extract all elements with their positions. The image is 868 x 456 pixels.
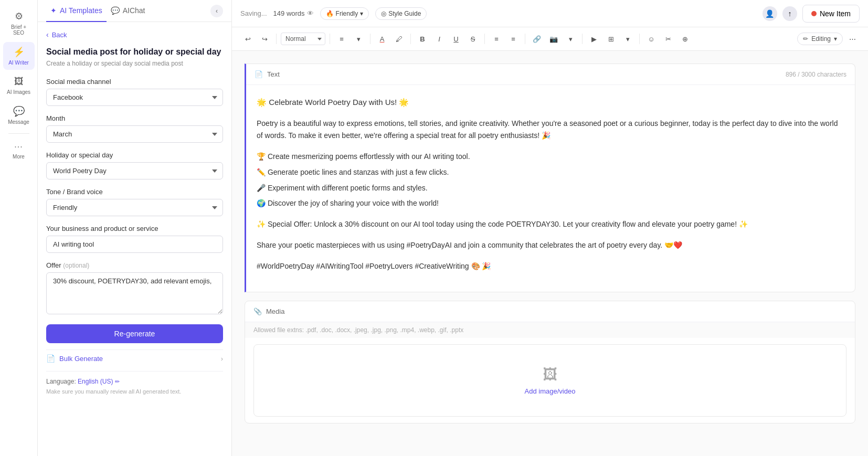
bullet-2: ✏️ Generate poetic lines and stanzas wit… — [257, 166, 844, 179]
language-section: Language: English (US) ✏ Make sure you m… — [46, 371, 223, 401]
text-block-icon: 📄 — [255, 70, 263, 78]
toolbar-divider-8 — [639, 34, 640, 44]
message-icon: 💬 — [13, 105, 25, 117]
more-options-button[interactable]: ⋯ — [845, 31, 860, 46]
channel-label: Social media channel — [46, 78, 223, 86]
tone-select[interactable]: Friendly Professional Casual Formal — [46, 199, 223, 216]
toolbar-divider-6 — [525, 34, 525, 44]
toolbar-divider-4 — [410, 34, 411, 44]
word-count: 149 words 👁 — [273, 9, 314, 17]
month-label: Month — [46, 114, 223, 122]
format-select[interactable]: NormalHeading 1Heading 2 — [281, 33, 325, 45]
toolbar-divider-7 — [582, 34, 583, 44]
play-button[interactable]: ▶ — [587, 31, 601, 46]
media-upload-area[interactable]: 🖼 Add image/video — [253, 344, 846, 417]
highlight-button[interactable]: 🖊 — [391, 31, 406, 46]
bullet-list-button[interactable]: ≡ — [489, 31, 504, 46]
business-field: Your business and product or service — [46, 225, 223, 253]
align-dropdown-button[interactable]: ▾ — [351, 31, 366, 46]
language-note: Make sure you manually review all AI gen… — [46, 388, 223, 395]
text-block-header: 📄 Text 896 / 3000 characters — [246, 64, 855, 85]
strikethrough-button[interactable]: S — [465, 31, 480, 46]
content-body[interactable]: 🌟 Celebrate World Poetry Day with Us! 🌟 … — [246, 85, 855, 292]
eye-icon[interactable]: 👁 — [307, 9, 314, 17]
top-bar-right: 👤 ↑ New Item — [763, 5, 860, 23]
channel-select[interactable]: Facebook Instagram Twitter LinkedIn — [46, 89, 223, 106]
style-guide-button[interactable]: ◎ Style Guide — [375, 7, 427, 20]
bullet-4: 🌍 Discover the joy of sharing your voice… — [257, 197, 844, 210]
ai-images-icon: 🖼 — [14, 76, 24, 87]
link-button[interactable]: 🔗 — [530, 31, 544, 46]
sidebar-item-more[interactable]: ··· More — [3, 138, 35, 164]
toolbar-divider-5 — [484, 34, 485, 44]
new-item-button[interactable]: New Item — [802, 5, 860, 23]
sidebar-collapse-button[interactable]: ‹ — [210, 5, 223, 17]
bold-button[interactable]: B — [415, 31, 430, 46]
sidebar-item-ai-images[interactable]: 🖼 AI Images — [3, 72, 35, 99]
align-button[interactable]: ≡ — [334, 31, 349, 46]
table-dropdown-button[interactable]: ▾ — [620, 31, 635, 46]
content-headline: 🌟 Celebrate World Poetry Day with Us! 🌟 — [257, 96, 844, 109]
icon-bar-divider — [8, 133, 29, 134]
scissors-button[interactable]: ✂ — [661, 31, 675, 46]
editor-area[interactable]: 📄 Text 896 / 3000 characters 🌟 Celebrate… — [232, 51, 868, 456]
saving-status: Saving... — [240, 9, 267, 17]
avatar-button[interactable]: 👤 — [763, 6, 777, 21]
icon-bar: ⚙ Brief + SEO ⚡ AI Writer 🖼 AI Images 💬 … — [0, 0, 38, 456]
media-upload-icon: 🖼 — [543, 366, 557, 383]
content-offer: ✨ Special Offer: Unlock a 30% discount o… — [257, 218, 844, 231]
top-bar: Saving... 149 words 👁 🔥 Friendly ▾ ◎ Sty… — [232, 0, 868, 27]
undo-button[interactable]: ↩ — [240, 31, 255, 46]
bulk-generate-section[interactable]: 📄 Bulk Generate › — [46, 349, 223, 367]
text-color-button[interactable]: A — [375, 31, 389, 46]
sidebar: ✦ AI Templates 💬 AIChat ‹ ‹ Back Social … — [38, 0, 232, 456]
toolbar-divider-2 — [330, 34, 330, 44]
style-guide-icon: ◎ — [381, 10, 386, 17]
tab-ai-chat[interactable]: 💬 AIChat — [107, 0, 150, 22]
offer-field: Offer (optional) 30% discount, POETRYDAY… — [46, 261, 223, 316]
sidebar-content: ‹ Back Social media post for holiday or … — [38, 22, 231, 456]
language-link[interactable]: English (US) — [78, 378, 113, 385]
image-dropdown-button[interactable]: ▾ — [563, 31, 578, 46]
emoji-button[interactable]: ☺ — [644, 31, 659, 46]
sidebar-item-message[interactable]: 💬 Message — [3, 101, 35, 129]
tone-icon: 🔥 — [326, 10, 334, 17]
content-paragraph1: Poetry is a beautiful way to express emo… — [257, 118, 844, 143]
more-icon: ··· — [14, 142, 23, 152]
underline-button[interactable]: U — [449, 31, 463, 46]
ordered-list-button[interactable]: ≡ — [506, 31, 521, 46]
tone-selector[interactable]: 🔥 Friendly ▾ — [320, 7, 369, 20]
text-block-label: 📄 Text — [255, 70, 280, 78]
back-link[interactable]: ‹ Back — [46, 30, 223, 39]
media-header: 📎 Media — [245, 301, 855, 322]
editing-pencil-icon: ✏ — [803, 35, 808, 43]
redo-button[interactable]: ↪ — [257, 31, 272, 46]
italic-button[interactable]: I — [432, 31, 447, 46]
month-field: Month JanuaryFebruaryMarchApril MayJuneJ… — [46, 114, 223, 143]
sidebar-item-brief-seo[interactable]: ⚙ Brief + SEO — [3, 6, 35, 40]
image-button[interactable]: 📷 — [546, 31, 561, 46]
sidebar-item-ai-writer[interactable]: ⚡ AI Writer — [3, 42, 35, 70]
sidebar-tabs: ✦ AI Templates 💬 AIChat ‹ — [38, 0, 231, 22]
table-button[interactable]: ⊞ — [604, 31, 618, 46]
add-media-label: Add image/video — [525, 387, 576, 395]
toolbar-divider-3 — [370, 34, 371, 44]
holiday-field: Holiday or special day World Poetry Day … — [46, 151, 223, 179]
editing-mode-selector[interactable]: ✏ Editing ▾ — [797, 33, 843, 45]
main-area: Saving... 149 words 👁 🔥 Friendly ▾ ◎ Sty… — [232, 0, 868, 456]
offer-label: Offer (optional) — [46, 261, 223, 269]
editing-dropdown-icon: ▾ — [834, 35, 837, 43]
offer-textarea[interactable]: 30% discount, POETRYDAY30, add relevant … — [46, 272, 223, 314]
tab-ai-templates[interactable]: ✦ AI Templates — [46, 0, 107, 22]
business-label: Your business and product or service — [46, 225, 223, 232]
edit-language-icon[interactable]: ✏ — [115, 378, 120, 385]
regenerate-button[interactable]: Re-generate — [46, 324, 223, 343]
content-hashtags: #WorldPoetryDay #AIWritingTool #PoetryLo… — [257, 260, 844, 273]
bulk-generate-arrow-icon: › — [221, 355, 223, 363]
month-select[interactable]: JanuaryFebruaryMarchApril MayJuneJulyAug… — [46, 125, 223, 143]
share-button[interactable]: ↑ — [782, 6, 797, 21]
business-input[interactable] — [46, 236, 223, 253]
holiday-select[interactable]: World Poetry Day Valentine's Day Earth D… — [46, 162, 223, 179]
insert-button[interactable]: ⊕ — [678, 31, 692, 46]
media-allowed-types: Allowed file extns: .pdf, .doc, .docx, .… — [245, 322, 855, 338]
